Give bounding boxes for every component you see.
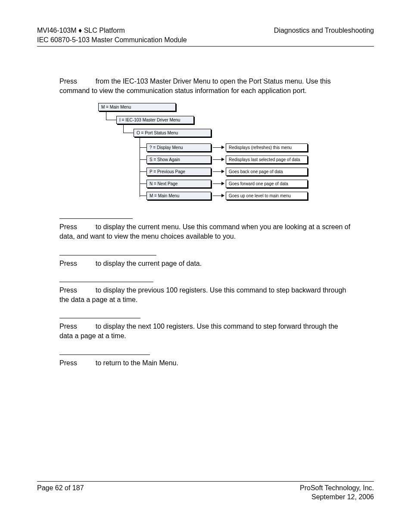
section-divider bbox=[59, 355, 150, 355]
section-paragraph: Press to display the current page of dat… bbox=[59, 259, 352, 268]
diagram-item-box: S = Show Again bbox=[146, 156, 211, 164]
section-paragraph: Press to display the current menu. Use t… bbox=[59, 222, 352, 241]
diagram-item-desc: Redisplays (refreshes) this menu bbox=[226, 143, 308, 152]
diagram-item-desc: Redisplays last selected page of data bbox=[226, 156, 308, 164]
bullet-icon: ♦ bbox=[78, 27, 82, 34]
diagram-item-desc: Goes up one level to main menu bbox=[226, 192, 308, 200]
diagram-item-box: P = Previous Page bbox=[146, 168, 211, 176]
menu-navigation-diagram: M = Main Menu I = IEC-103 Master Driver … bbox=[98, 103, 391, 205]
section-paragraph: Press to display the previous 100 regist… bbox=[59, 286, 352, 304]
company-name: ProSoft Technology, Inc. bbox=[300, 483, 374, 493]
diagram-driver-menu-box: I = IEC-103 Master Driver Menu bbox=[116, 116, 194, 124]
section-paragraph: Press to return to the Main Menu. bbox=[59, 358, 352, 368]
diagram-item-desc: Goes back one page of data bbox=[226, 168, 308, 176]
section-divider bbox=[59, 318, 140, 318]
document-date: September 12, 2006 bbox=[300, 492, 374, 502]
diagram-item-desc: Goes forward one page of data bbox=[226, 180, 308, 188]
header-left-line1: MVI46-103M ♦ SLC Platform bbox=[37, 26, 187, 35]
section-divider bbox=[59, 282, 153, 282]
diagram-item-box: M = Main Menu bbox=[146, 192, 211, 200]
section-paragraph: Press to display the next 100 registers.… bbox=[59, 322, 352, 340]
header-left-line2: IEC 60870-5-103 Master Communication Mod… bbox=[37, 35, 187, 45]
diagram-item-box: N = Next Page bbox=[146, 180, 211, 188]
platform-name: SLC Platform bbox=[82, 27, 125, 34]
diagram-item-box: ? = Display Menu bbox=[146, 143, 211, 152]
footer-divider bbox=[37, 481, 374, 482]
page-header: MVI46-103M ♦ SLC Platform IEC 60870-5-10… bbox=[37, 26, 374, 44]
section-divider bbox=[59, 218, 133, 219]
page-number: Page 62 of 187 bbox=[37, 483, 84, 502]
diagram-main-menu-box: M = Main Menu bbox=[98, 103, 176, 111]
header-divider bbox=[37, 46, 374, 47]
intro-paragraph: Press from the IEC-103 Master Driver Men… bbox=[59, 77, 352, 95]
product-code: MVI46-103M bbox=[37, 27, 78, 34]
diagram-port-status-box: O = Port Status Menu bbox=[134, 129, 211, 137]
page-footer: Page 62 of 187 ProSoft Technology, Inc. … bbox=[37, 481, 374, 502]
header-right-line1: Diagnostics and Troubleshooting bbox=[274, 26, 374, 35]
section-divider bbox=[59, 255, 156, 255]
